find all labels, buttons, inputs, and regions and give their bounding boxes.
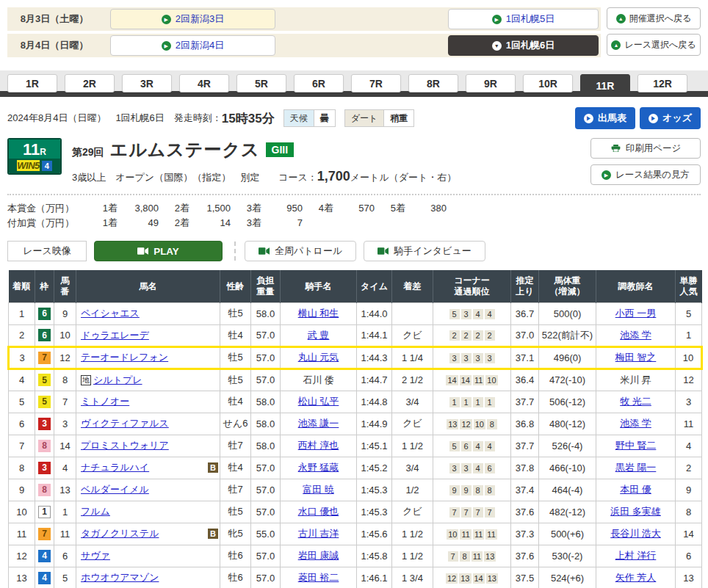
corner-position: 4 — [485, 309, 495, 319]
entries-button[interactable]: ▶ 出馬表 — [575, 107, 635, 129]
tab-2r[interactable]: 2R — [65, 74, 115, 92]
corner-position: 14 — [473, 573, 485, 584]
jockey-name-link[interactable]: 丸山 元気 — [298, 352, 339, 363]
venue-button-niigata3[interactable]: ▶ 2回新潟3日 — [110, 9, 275, 29]
horse-name-link[interactable]: ヴィクティファルス — [81, 417, 169, 430]
jockey-name-link[interactable]: 武 豊 — [308, 330, 330, 341]
tab-3r[interactable]: 3R — [122, 74, 172, 92]
horse-name-cell: タガノクリステルB — [76, 523, 220, 545]
horse-name-link[interactable]: タガノクリステル — [81, 527, 159, 540]
trainer-name-link[interactable]: 池添 学 — [620, 330, 651, 341]
corner-position: 13 — [486, 573, 498, 584]
odds-button[interactable]: ▶ オッズ — [640, 107, 701, 129]
trainer-name-link[interactable]: 牧 光二 — [620, 396, 651, 407]
horse-name-link[interactable]: プロミストウォリア — [81, 439, 169, 452]
trainer-name-link[interactable]: 黒岩 陽一 — [615, 462, 657, 473]
tab-5r[interactable]: 5R — [236, 74, 286, 92]
horse-number: 11 — [54, 523, 76, 545]
bracket-number: 7 — [38, 528, 51, 540]
horse-name-link[interactable]: ペイシャエス — [81, 307, 140, 320]
tab-1r[interactable]: 1R — [7, 74, 57, 92]
jockey-name-link[interactable]: 富田 暁 — [303, 484, 334, 495]
trainer-name-link[interactable]: 矢作 芳人 — [615, 572, 657, 583]
trainer-name-link[interactable]: 小西 一男 — [615, 308, 657, 319]
horse-name-link[interactable]: フルム — [81, 505, 110, 518]
tab-6r[interactable]: 6R — [294, 74, 344, 92]
tab-12r[interactable]: 12R — [637, 74, 687, 92]
tab-11r[interactable]: 11R — [580, 74, 630, 97]
trainer-name-link[interactable]: 上村 洋行 — [615, 550, 657, 561]
venue-button-sapporo5[interactable]: ▶ 1回札幌5日 — [448, 9, 599, 29]
jockey-name-link[interactable]: 水口 優也 — [298, 506, 339, 517]
column-header: 推定 上り — [511, 270, 539, 302]
blinker-badge: B — [208, 462, 218, 473]
jockey-name-link[interactable]: 池添 謙一 — [298, 418, 339, 429]
jockey-name-link[interactable]: 岩田 康誠 — [298, 550, 339, 561]
finish-position: 5 — [9, 391, 35, 413]
finish-time: 1:46.1 — [357, 567, 392, 588]
horse-weight: 466(-10) — [539, 457, 596, 479]
sex-age: 牡7 — [220, 479, 251, 501]
jockey-interview-button[interactable]: 騎手インタビュー — [364, 241, 485, 261]
horse-name-wrap: ナチュラルハイB — [81, 461, 218, 474]
back-to-race-select-button[interactable]: ▲ レース選択へ戻る — [607, 34, 701, 56]
finish-position: 2 — [9, 324, 35, 346]
jockey-cell: 古川 吉洋 — [281, 523, 357, 545]
horse-name-link[interactable]: シルトプレ — [93, 374, 142, 387]
patrol-video-button[interactable]: 全周パトロール — [245, 241, 356, 261]
horse-name-link[interactable]: ホウオウアマゾン — [81, 571, 159, 584]
jockey-name-link[interactable]: 松山 弘平 — [298, 396, 339, 407]
trainer-name-link[interactable]: 梅田 智之 — [615, 352, 657, 363]
jockey-name-link[interactable]: 古川 吉洋 — [298, 528, 339, 539]
tab-9r[interactable]: 9R — [466, 74, 516, 92]
venue-area: ▶ 2回新潟4日 ▼ 1回札幌6日 — [101, 34, 601, 57]
horse-name-link[interactable]: ベルダーイメル — [81, 483, 149, 496]
horse-name-wrap: ヴィクティファルス — [81, 417, 218, 430]
corner-position: 1 — [461, 397, 472, 407]
horse-number: 12 — [54, 346, 76, 369]
tab-7r[interactable]: 7R — [351, 74, 401, 92]
jockey-name-link[interactable]: 西村 淳也 — [298, 440, 339, 451]
prize-rank-label: 1着 — [87, 216, 118, 231]
trainer-name-link[interactable]: 池添 学 — [620, 418, 651, 429]
column-header: 着差 — [392, 270, 433, 302]
jockey-name-link[interactable]: 横山 和生 — [298, 308, 339, 319]
trainer-name-link[interactable]: 浜田 多実雄 — [610, 506, 661, 517]
prize-rank-label: 2着 — [159, 201, 189, 216]
venue-button-niigata4[interactable]: ▶ 2回新潟4日 — [110, 35, 275, 56]
print-page-button[interactable]: 印刷用ページ — [590, 138, 701, 159]
sex-age: 牡5 — [220, 346, 251, 369]
trainer-name-link[interactable]: 野中 賢二 — [615, 440, 657, 451]
horse-name-link[interactable]: ナチュラルハイ — [81, 461, 149, 474]
race-conditions: 3歳以上 オープン（国際）（指定） 別定 コース：1,700メートル（ダート・右… — [72, 169, 585, 184]
jockey-name-link[interactable]: 永野 猛蔵 — [298, 462, 339, 473]
trainer-name-link[interactable]: 本田 優 — [620, 484, 651, 495]
results-guide-button[interactable]: ▶ レース結果の見方 — [590, 164, 701, 185]
bracket-cell: 1 — [35, 501, 54, 523]
column-header: 馬体重 （増減） — [539, 270, 596, 302]
corner-positions: 781113 — [433, 545, 511, 567]
horse-name-link[interactable]: テーオードレフォン — [81, 351, 168, 364]
corner-position: 4 — [473, 441, 483, 451]
trainer-name-link[interactable]: 長谷川 浩大 — [610, 528, 661, 539]
finish-position: 3 — [9, 346, 35, 369]
jockey-name-link[interactable]: 菱田 裕二 — [298, 572, 339, 583]
venue-button-sapporo6-selected[interactable]: ▼ 1回札幌6日 — [448, 35, 599, 56]
horse-name-link[interactable]: ドゥラエレーデ — [81, 329, 149, 342]
horse-name-link[interactable]: サヴァ — [81, 549, 110, 562]
corner-positions: 2222 — [433, 324, 511, 346]
corner-position: 8 — [485, 485, 495, 496]
corner-position: 2 — [461, 330, 472, 341]
tab-4r[interactable]: 4R — [179, 74, 229, 92]
horse-name-link[interactable]: ミトノオー — [81, 395, 129, 408]
corner-position: 6 — [461, 441, 472, 451]
tab-10r[interactable]: 10R — [523, 74, 573, 92]
play-button[interactable]: PLAY — [94, 241, 223, 261]
back-to-meeting-select-button[interactable]: ▲ 開催選択へ戻る — [607, 7, 701, 29]
tab-8r[interactable]: 8R — [408, 74, 458, 92]
margin: クビ — [392, 324, 433, 346]
horse-name-wrap: タガノクリステルB — [81, 527, 218, 540]
corner-position: 5 — [449, 309, 460, 319]
prize-value: 49 — [118, 216, 159, 231]
corner-position: 3 — [461, 463, 472, 473]
